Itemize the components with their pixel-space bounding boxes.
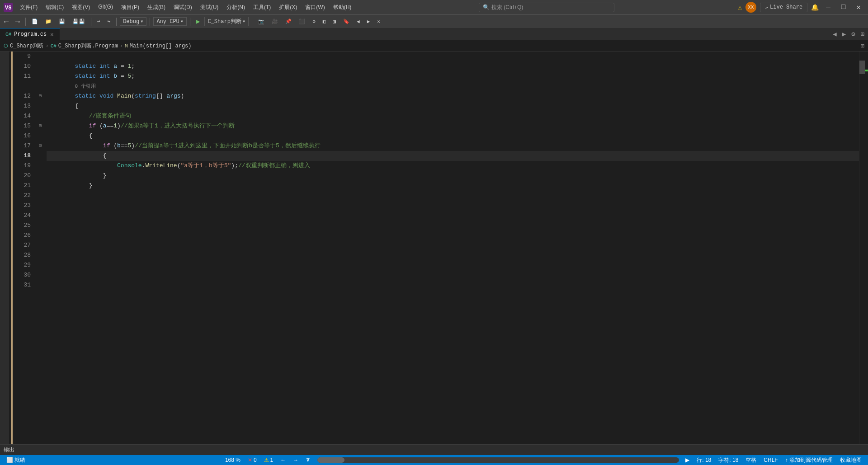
- breadcrumb-method[interactable]: Main(string[] args): [130, 43, 192, 49]
- menu-bar: 文件(F) 编辑(E) 视图(V) Git(G) 项目(P) 生成(B) 调试(…: [16, 2, 355, 13]
- toolbar-bookmark-clear[interactable]: ✕: [374, 18, 383, 25]
- project-dropdown[interactable]: C_Sharp判断 ▾: [204, 17, 249, 26]
- status-zoom[interactable]: 168 %: [222, 455, 243, 465]
- toolbar-separator-4: [150, 18, 150, 26]
- status-nav-right[interactable]: ▶: [683, 455, 692, 465]
- status-errors[interactable]: ✕ 0: [245, 455, 259, 465]
- tab-scroll-right-btn[interactable]: ▶: [840, 29, 848, 39]
- status-map[interactable]: 收藏地图: [837, 455, 864, 465]
- menu-debug[interactable]: 调试(D): [170, 2, 196, 13]
- code-line: if (b==5)//当前提a等于1进入到这里，下面开始判断b是否等于5，然后继…: [47, 141, 859, 151]
- toolbar-forward-btn[interactable]: ⟶: [13, 17, 22, 26]
- status-add-source-control[interactable]: ↑ 添加到源代码管理: [783, 455, 835, 465]
- status-zoom-label: 168 %: [225, 457, 241, 463]
- search-placeholder: 搜索 (Ctrl+Q): [491, 4, 523, 11]
- status-encoding[interactable]: CRLF: [761, 455, 780, 465]
- toolbar-attach-btn[interactable]: 📌: [283, 18, 294, 25]
- output-label[interactable]: 输出: [4, 446, 14, 454]
- toolbar-separator-1: [25, 18, 26, 26]
- status-nav-forward[interactable]: →: [290, 455, 301, 465]
- close-button[interactable]: ✕: [853, 2, 864, 13]
- code-line: [47, 191, 859, 201]
- toolbar-save-btn[interactable]: 💾: [56, 18, 68, 25]
- status-col[interactable]: 字符: 18: [716, 455, 741, 465]
- col-label: 字符: 18: [718, 456, 738, 464]
- tab-settings-btn[interactable]: ⚙: [849, 29, 857, 39]
- minimize-button[interactable]: —: [822, 2, 834, 12]
- tab-close-button[interactable]: ✕: [49, 31, 54, 38]
- search-box[interactable]: 🔍 搜索 (Ctrl+Q): [479, 3, 614, 12]
- breadcrumb-expand-btn[interactable]: ⊞: [861, 42, 864, 50]
- nav-right-icon: ▶: [685, 457, 689, 463]
- fold-indicator[interactable]: ⊟: [36, 141, 44, 151]
- right-scrollbar[interactable]: [859, 52, 865, 465]
- toolbar-screenshot-btn[interactable]: 📷: [255, 18, 267, 25]
- start-debug-icon[interactable]: ▶: [193, 17, 203, 26]
- code-editor[interactable]: 9101112131415161718192021222324252627282…: [9, 52, 868, 465]
- notification-icon[interactable]: 🔔: [811, 4, 819, 11]
- live-share-button[interactable]: ↗ Live Share: [760, 3, 807, 12]
- menu-window[interactable]: 窗口(W): [302, 2, 328, 13]
- menu-build[interactable]: 生成(B): [144, 2, 169, 13]
- toolbar-open-btn[interactable]: 📁: [42, 18, 54, 25]
- status-ready-item[interactable]: ⬜ 就绪: [4, 455, 28, 465]
- menu-analyze[interactable]: 分析(N): [223, 2, 249, 13]
- fold-indicator[interactable]: ⊟: [36, 91, 44, 101]
- menu-help[interactable]: 帮助(H): [330, 2, 355, 13]
- toolbar-back-btn[interactable]: ⟵: [2, 17, 11, 26]
- toolbar-settings-btn[interactable]: ⚙: [310, 18, 318, 25]
- status-row[interactable]: 行: 18: [694, 455, 714, 465]
- platform-dropdown[interactable]: Any CPU ▾: [153, 17, 187, 26]
- toolbar-btn-1[interactable]: ◧: [320, 18, 329, 25]
- breadcrumb-project[interactable]: C_Sharp判断: [10, 42, 43, 50]
- nav-back-icon: ←: [280, 457, 286, 463]
- toolbar-undo-btn[interactable]: ↩: [94, 18, 103, 25]
- menu-edit[interactable]: 编辑(E): [42, 2, 67, 13]
- fold-indicator[interactable]: ⊟: [36, 121, 44, 131]
- toolbar-save-all-btn[interactable]: 💾💾: [70, 18, 88, 25]
- toolbar-btn-2[interactable]: ◨: [330, 18, 339, 25]
- horizontal-scrollbar[interactable]: [317, 457, 679, 463]
- menu-git[interactable]: Git(G): [94, 2, 117, 13]
- vs-logo-icon: VS: [4, 3, 13, 12]
- toolbar-bookmark-prev[interactable]: ◀: [354, 18, 363, 25]
- menu-view[interactable]: 视图(V): [68, 2, 94, 13]
- real-status-bar: ⬜ 就绪 168 % ✕ 0 ⚠ 1 ← → ⛛ ▶ 行: 18 字符: 18 …: [0, 455, 868, 465]
- code-line: }: [47, 171, 859, 181]
- tab-program-cs[interactable]: C# Program.cs ✕: [0, 28, 60, 40]
- code-content-area[interactable]: static int a = 1; static int b = 5; 0 个引…: [45, 52, 859, 465]
- toolbar-bookmark-next[interactable]: ▶: [364, 18, 373, 25]
- warning-count-label: 1: [270, 457, 274, 463]
- status-warnings[interactable]: ⚠ 1: [261, 455, 276, 465]
- menu-tools[interactable]: 工具(T): [250, 2, 274, 13]
- toolbar-bookmark-btn[interactable]: 🔖: [340, 18, 352, 25]
- scrollbar-thumb[interactable]: [859, 61, 865, 74]
- toolbar-redo-btn[interactable]: ↪: [105, 18, 113, 25]
- activity-bar-indicator: [4, 52, 5, 465]
- activity-bar: [0, 52, 9, 465]
- toolbar-new-btn[interactable]: 📄: [29, 18, 41, 25]
- menu-test[interactable]: 测试(U): [197, 2, 222, 13]
- debug-config-dropdown[interactable]: Debug ▾: [120, 17, 146, 26]
- add-source-label: ↑ 添加到源代码管理: [785, 456, 833, 464]
- tab-scroll-left-btn[interactable]: ◀: [831, 29, 838, 39]
- status-spaces[interactable]: 空格: [743, 455, 759, 465]
- h-scrollbar-thumb[interactable]: [317, 457, 344, 463]
- spaces-label: 空格: [745, 456, 756, 464]
- tab-file-icon: C#: [5, 32, 11, 37]
- warning-notification-icon[interactable]: ⚠: [738, 4, 741, 11]
- toolbar-breakpoint-btn[interactable]: ⬛: [296, 18, 308, 25]
- maximize-button[interactable]: □: [838, 2, 849, 12]
- status-nav-back[interactable]: ←: [278, 455, 288, 465]
- menu-extensions[interactable]: 扩展(X): [275, 2, 301, 13]
- code-line: if (a==1)//如果a等于1，进入大括号执行下一个判断: [47, 121, 859, 131]
- breadcrumb-class[interactable]: C_Sharp判断.Program: [58, 42, 118, 50]
- menu-project[interactable]: 项目(P): [118, 2, 143, 13]
- toolbar-camera-btn[interactable]: 🎥: [269, 18, 281, 25]
- menu-file[interactable]: 文件(F): [16, 2, 41, 13]
- status-nav-extra[interactable]: ⛛: [303, 455, 314, 465]
- tab-expand-btn[interactable]: ⊞: [859, 29, 866, 39]
- debug-config-label: Debug: [123, 19, 139, 25]
- user-avatar[interactable]: XX: [745, 2, 756, 13]
- platform-chevron: ▾: [180, 18, 184, 25]
